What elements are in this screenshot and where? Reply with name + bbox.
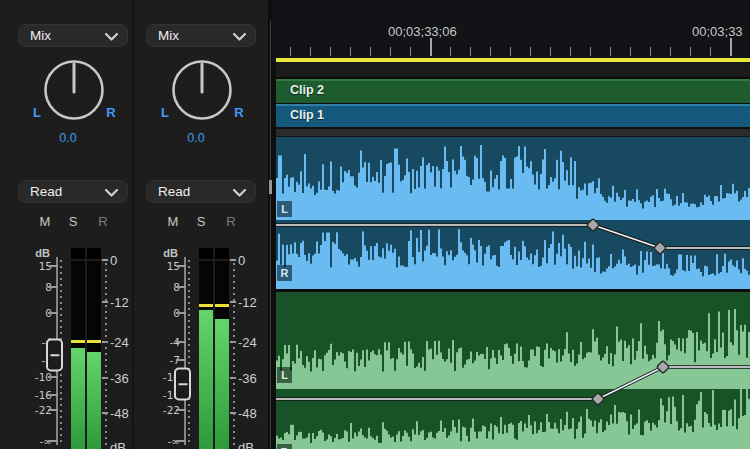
fader-tick bbox=[176, 409, 186, 411]
channel-badge: R bbox=[277, 444, 292, 449]
fader-scale-label: 15 bbox=[142, 260, 180, 272]
pan-knob[interactable] bbox=[36, 52, 112, 128]
fader-scale-label: -∞ bbox=[14, 435, 52, 447]
fader-tick bbox=[48, 440, 58, 442]
track-mixer-panel: Mix L R 0.0 Read M S R dB 15 8 0 bbox=[0, 0, 268, 449]
pan-value[interactable]: 0.0 bbox=[48, 131, 88, 145]
record-arm-button[interactable]: R bbox=[94, 214, 112, 229]
waveform bbox=[276, 145, 750, 220]
fader-scale-label: -7 bbox=[142, 354, 180, 366]
fader-scale-label: 8 bbox=[142, 281, 180, 293]
fader-scale-label: -16 bbox=[14, 389, 52, 401]
pan-left-label: L bbox=[28, 105, 46, 120]
automation-line-outline bbox=[276, 225, 750, 248]
channel-strip-2: Mix L R 0.0 Read M S R dB 15 8 0 bbox=[134, 0, 262, 449]
meter-bar-left bbox=[71, 348, 85, 449]
fader-scale-label: -22 bbox=[142, 404, 180, 416]
waveform bbox=[276, 384, 750, 449]
peak-indicator-right bbox=[215, 304, 229, 307]
fader-minor-ticks bbox=[188, 260, 190, 442]
channel-badge: L bbox=[277, 367, 292, 383]
volume-fader-handle[interactable] bbox=[174, 368, 191, 401]
output-dropdown-value: Mix bbox=[30, 28, 51, 43]
fader-tick bbox=[48, 409, 58, 411]
waveform bbox=[276, 309, 750, 389]
meter-bar-left bbox=[199, 310, 213, 449]
meter-minor-ticks bbox=[105, 263, 107, 446]
automation-mode-value: Read bbox=[158, 184, 190, 199]
meter-bar-right bbox=[215, 319, 229, 449]
strip-divider bbox=[132, 0, 134, 449]
volume-automation-line[interactable] bbox=[276, 225, 750, 248]
fader-tick bbox=[176, 341, 186, 343]
fader-scale-label: 0 bbox=[142, 307, 180, 319]
fader-tick bbox=[48, 286, 58, 288]
output-dropdown-value: Mix bbox=[158, 28, 179, 43]
fader-scale-label: -4 bbox=[142, 336, 180, 348]
meter-minor-ticks bbox=[233, 263, 235, 446]
fader-unit-label: dB bbox=[148, 247, 178, 259]
output-assignment-dropdown[interactable]: Mix bbox=[18, 24, 128, 47]
fader-tick bbox=[176, 440, 186, 442]
fader-tick bbox=[176, 286, 186, 288]
keyframe-handle[interactable] bbox=[587, 219, 600, 232]
solo-button[interactable]: S bbox=[192, 214, 210, 229]
fader-tick bbox=[176, 359, 186, 361]
mute-button[interactable]: M bbox=[36, 214, 54, 229]
fader-scale-label: 15 bbox=[14, 260, 52, 272]
fader-scale-label: 0 bbox=[14, 307, 52, 319]
panel-splitter-line bbox=[270, 20, 271, 449]
clip-indicator-left[interactable] bbox=[71, 248, 85, 259]
waveform-overlay bbox=[272, 0, 750, 449]
fader-tick bbox=[48, 376, 58, 378]
chevron-down-icon bbox=[233, 189, 246, 197]
fader-tick bbox=[48, 394, 58, 396]
clip-indicator-right[interactable] bbox=[215, 248, 229, 259]
clip-indicator-left[interactable] bbox=[199, 248, 213, 259]
fader-handle-grip bbox=[178, 383, 187, 386]
meter-bar-right bbox=[87, 352, 101, 449]
fader-scale-label: 8 bbox=[14, 281, 52, 293]
audio-mixer-app: Mix L R 0.0 Read M S R dB 15 8 0 bbox=[0, 0, 750, 449]
mute-button[interactable]: M bbox=[164, 214, 182, 229]
peak-indicator-left bbox=[199, 304, 213, 307]
automation-mode-dropdown[interactable]: Read bbox=[18, 180, 128, 203]
waveform bbox=[276, 229, 750, 289]
keyframe-handle[interactable] bbox=[654, 242, 667, 255]
fader-tick bbox=[48, 312, 58, 314]
timeline-panel: 00;03;33;06 00;03;33 Clip 2 Clip 1 L R L… bbox=[272, 0, 750, 449]
pan-right-label: R bbox=[230, 105, 248, 120]
output-assignment-dropdown[interactable]: Mix bbox=[146, 24, 256, 47]
fader-scale-label: -∞ bbox=[142, 435, 180, 447]
fader-tick bbox=[48, 265, 58, 267]
fader-unit-label: dB bbox=[20, 247, 50, 259]
chevron-down-icon bbox=[105, 189, 118, 197]
peak-indicator-left bbox=[71, 340, 85, 343]
meter-tick bbox=[102, 259, 108, 261]
fader-tick bbox=[176, 312, 186, 314]
solo-button[interactable]: S bbox=[64, 214, 82, 229]
fader-tick bbox=[176, 265, 186, 267]
channel-badge: L bbox=[277, 201, 292, 217]
volume-fader-handle[interactable] bbox=[46, 339, 63, 372]
channel-badge: R bbox=[277, 265, 292, 281]
pan-knob[interactable] bbox=[164, 52, 240, 128]
pan-right-label: R bbox=[102, 105, 120, 120]
pan-left-label: L bbox=[156, 105, 174, 120]
record-arm-button[interactable]: R bbox=[222, 214, 240, 229]
automation-mode-value: Read bbox=[30, 184, 62, 199]
pan-value[interactable]: 0.0 bbox=[176, 131, 216, 145]
fader-handle-grip bbox=[50, 354, 59, 357]
chevron-down-icon bbox=[105, 33, 118, 41]
automation-mode-dropdown[interactable]: Read bbox=[146, 180, 256, 203]
meter-tick bbox=[230, 259, 236, 261]
peak-indicator-right bbox=[87, 340, 101, 343]
channel-strip-1: Mix L R 0.0 Read M S R dB 15 8 0 bbox=[6, 0, 134, 449]
fader-scale-label: -10 bbox=[14, 371, 52, 383]
chevron-down-icon bbox=[233, 33, 246, 41]
keyframe-handle[interactable] bbox=[592, 393, 605, 406]
clip-indicator-right[interactable] bbox=[87, 248, 101, 259]
fader-scale-label: -22 bbox=[14, 404, 52, 416]
